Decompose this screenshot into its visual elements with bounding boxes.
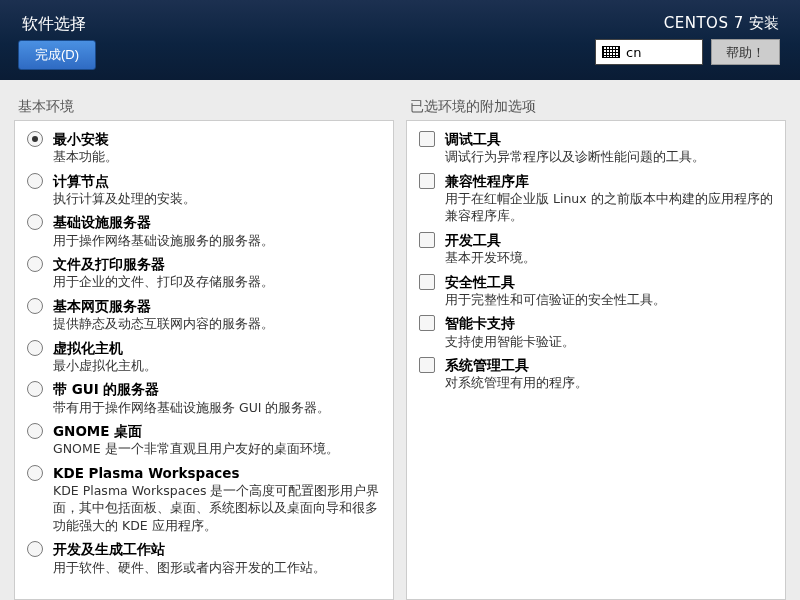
option-desc: 用于企业的文件、打印及存储服务器。 bbox=[53, 273, 274, 291]
keyboard-layout-selector[interactable]: cn bbox=[595, 39, 703, 65]
radio-icon[interactable] bbox=[27, 131, 43, 147]
option-desc: 执行计算及处理的安装。 bbox=[53, 190, 196, 208]
option-name: 最小安装 bbox=[53, 130, 118, 148]
option-desc: 基本功能。 bbox=[53, 148, 118, 166]
addons-list: 调试工具调试行为异常程序以及诊断性能问题的工具。兼容性程序库用于在红帽企业版 L… bbox=[406, 120, 786, 600]
option-name: 智能卡支持 bbox=[445, 314, 575, 332]
checkbox-icon[interactable] bbox=[419, 131, 435, 147]
option-desc: 用于软件、硬件、图形或者内容开发的工作站。 bbox=[53, 559, 326, 577]
option-name: 开发及生成工作站 bbox=[53, 540, 326, 558]
content: 基本环境 最小安装基本功能。计算节点执行计算及处理的安装。基础设施服务器用于操作… bbox=[0, 80, 800, 600]
option-desc: 带有用于操作网络基础设施服务 GUI 的服务器。 bbox=[53, 399, 330, 417]
environment-option[interactable]: 计算节点执行计算及处理的安装。 bbox=[17, 169, 391, 211]
option-name: 计算节点 bbox=[53, 172, 196, 190]
option-desc: 最小虚拟化主机。 bbox=[53, 357, 157, 375]
addon-option[interactable]: 兼容性程序库用于在红帽企业版 Linux 的之前版本中构建的应用程序的兼容程序库… bbox=[409, 169, 783, 228]
checkbox-icon[interactable] bbox=[419, 173, 435, 189]
environment-pane: 基本环境 最小安装基本功能。计算节点执行计算及处理的安装。基础设施服务器用于操作… bbox=[14, 98, 394, 600]
option-text: 计算节点执行计算及处理的安装。 bbox=[53, 172, 196, 208]
radio-icon[interactable] bbox=[27, 256, 43, 272]
option-text: 文件及打印服务器用于企业的文件、打印及存储服务器。 bbox=[53, 255, 274, 291]
environment-option[interactable]: 带 GUI 的服务器带有用于操作网络基础设施服务 GUI 的服务器。 bbox=[17, 377, 391, 419]
checkbox-icon[interactable] bbox=[419, 232, 435, 248]
keyboard-layout-label: cn bbox=[626, 45, 641, 60]
option-name: KDE Plasma Workspaces bbox=[53, 464, 383, 482]
environment-option[interactable]: 基础设施服务器用于操作网络基础设施服务的服务器。 bbox=[17, 210, 391, 252]
option-name: 调试工具 bbox=[445, 130, 705, 148]
environment-option[interactable]: 开发及生成工作站用于软件、硬件、图形或者内容开发的工作站。 bbox=[17, 537, 391, 579]
option-desc: 用于在红帽企业版 Linux 的之前版本中构建的应用程序的兼容程序库。 bbox=[445, 190, 775, 225]
environment-option[interactable]: 文件及打印服务器用于企业的文件、打印及存储服务器。 bbox=[17, 252, 391, 294]
option-text: 基础设施服务器用于操作网络基础设施服务的服务器。 bbox=[53, 213, 274, 249]
option-text: 带 GUI 的服务器带有用于操作网络基础设施服务 GUI 的服务器。 bbox=[53, 380, 330, 416]
option-text: 虚拟化主机最小虚拟化主机。 bbox=[53, 339, 157, 375]
environment-pane-title: 基本环境 bbox=[14, 98, 394, 120]
keyboard-icon bbox=[602, 46, 620, 58]
radio-icon[interactable] bbox=[27, 423, 43, 439]
addon-option[interactable]: 调试工具调试行为异常程序以及诊断性能问题的工具。 bbox=[409, 127, 783, 169]
option-desc: GNOME 是一个非常直观且用户友好的桌面环境。 bbox=[53, 440, 339, 458]
help-button[interactable]: 帮助！ bbox=[711, 39, 780, 65]
environment-option[interactable]: 最小安装基本功能。 bbox=[17, 127, 391, 169]
environment-option[interactable]: 虚拟化主机最小虚拟化主机。 bbox=[17, 336, 391, 378]
header: 软件选择 完成(D) CENTOS 7 安装 cn 帮助！ bbox=[0, 0, 800, 80]
option-text: 开发及生成工作站用于软件、硬件、图形或者内容开发的工作站。 bbox=[53, 540, 326, 576]
option-name: 安全性工具 bbox=[445, 273, 666, 291]
option-name: 系统管理工具 bbox=[445, 356, 588, 374]
environment-option[interactable]: GNOME 桌面GNOME 是一个非常直观且用户友好的桌面环境。 bbox=[17, 419, 391, 461]
option-name: 基础设施服务器 bbox=[53, 213, 274, 231]
radio-icon[interactable] bbox=[27, 214, 43, 230]
option-name: GNOME 桌面 bbox=[53, 422, 339, 440]
option-name: 基本网页服务器 bbox=[53, 297, 274, 315]
option-desc: 支持使用智能卡验证。 bbox=[445, 333, 575, 351]
radio-icon[interactable] bbox=[27, 298, 43, 314]
option-desc: KDE Plasma Workspaces 是一个高度可配置图形用户界面，其中包… bbox=[53, 482, 383, 535]
addons-pane-title: 已选环境的附加选项 bbox=[406, 98, 786, 120]
environment-list: 最小安装基本功能。计算节点执行计算及处理的安装。基础设施服务器用于操作网络基础设… bbox=[14, 120, 394, 600]
addon-option[interactable]: 系统管理工具对系统管理有用的程序。 bbox=[409, 353, 783, 395]
option-text: 调试工具调试行为异常程序以及诊断性能问题的工具。 bbox=[445, 130, 705, 166]
option-text: 开发工具基本开发环境。 bbox=[445, 231, 536, 267]
option-text: 兼容性程序库用于在红帽企业版 Linux 的之前版本中构建的应用程序的兼容程序库… bbox=[445, 172, 775, 225]
page-title: 软件选择 bbox=[22, 14, 86, 35]
done-button[interactable]: 完成(D) bbox=[18, 40, 96, 70]
checkbox-icon[interactable] bbox=[419, 315, 435, 331]
checkbox-icon[interactable] bbox=[419, 274, 435, 290]
environment-option[interactable]: 基本网页服务器提供静态及动态互联网内容的服务器。 bbox=[17, 294, 391, 336]
checkbox-icon[interactable] bbox=[419, 357, 435, 373]
option-text: KDE Plasma WorkspacesKDE Plasma Workspac… bbox=[53, 464, 383, 535]
option-name: 文件及打印服务器 bbox=[53, 255, 274, 273]
addons-pane: 已选环境的附加选项 调试工具调试行为异常程序以及诊断性能问题的工具。兼容性程序库… bbox=[406, 98, 786, 600]
addon-option[interactable]: 开发工具基本开发环境。 bbox=[409, 228, 783, 270]
option-text: 系统管理工具对系统管理有用的程序。 bbox=[445, 356, 588, 392]
option-text: 最小安装基本功能。 bbox=[53, 130, 118, 166]
option-text: 安全性工具用于完整性和可信验证的安全性工具。 bbox=[445, 273, 666, 309]
option-name: 虚拟化主机 bbox=[53, 339, 157, 357]
option-desc: 调试行为异常程序以及诊断性能问题的工具。 bbox=[445, 148, 705, 166]
option-text: GNOME 桌面GNOME 是一个非常直观且用户友好的桌面环境。 bbox=[53, 422, 339, 458]
radio-icon[interactable] bbox=[27, 173, 43, 189]
header-controls: cn 帮助！ bbox=[595, 39, 780, 65]
option-name: 兼容性程序库 bbox=[445, 172, 775, 190]
option-text: 基本网页服务器提供静态及动态互联网内容的服务器。 bbox=[53, 297, 274, 333]
option-desc: 提供静态及动态互联网内容的服务器。 bbox=[53, 315, 274, 333]
option-text: 智能卡支持支持使用智能卡验证。 bbox=[445, 314, 575, 350]
option-name: 开发工具 bbox=[445, 231, 536, 249]
addon-option[interactable]: 安全性工具用于完整性和可信验证的安全性工具。 bbox=[409, 270, 783, 312]
radio-icon[interactable] bbox=[27, 340, 43, 356]
option-desc: 用于完整性和可信验证的安全性工具。 bbox=[445, 291, 666, 309]
option-desc: 基本开发环境。 bbox=[445, 249, 536, 267]
environment-option[interactable]: KDE Plasma WorkspacesKDE Plasma Workspac… bbox=[17, 461, 391, 538]
header-right: CENTOS 7 安装 cn 帮助！ bbox=[595, 14, 780, 65]
radio-icon[interactable] bbox=[27, 541, 43, 557]
option-desc: 用于操作网络基础设施服务的服务器。 bbox=[53, 232, 274, 250]
installer-title: CENTOS 7 安装 bbox=[664, 14, 780, 33]
radio-icon[interactable] bbox=[27, 381, 43, 397]
addon-option[interactable]: 智能卡支持支持使用智能卡验证。 bbox=[409, 311, 783, 353]
radio-icon[interactable] bbox=[27, 465, 43, 481]
option-name: 带 GUI 的服务器 bbox=[53, 380, 330, 398]
option-desc: 对系统管理有用的程序。 bbox=[445, 374, 588, 392]
